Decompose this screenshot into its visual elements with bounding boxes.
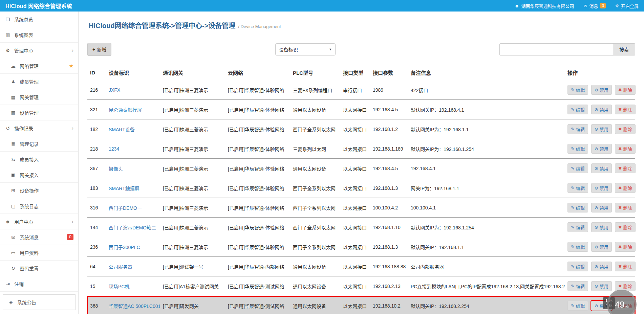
sidebar-item-label: 设备管理: [20, 109, 39, 116]
delete-button[interactable]: ✖ 删除: [615, 242, 636, 252]
cell-note: 默认网关IP：192.168.4.1: [408, 100, 565, 119]
delete-button[interactable]: ✖ 删除: [615, 124, 636, 134]
sidebar-item-member-access[interactable]: ⇆ 成员接入: [0, 152, 78, 167]
cell-note: 默认网关IP：192.168.1.1: [408, 237, 565, 257]
device-link[interactable]: 西门子演示DEMO箱二: [109, 225, 156, 230]
caret-down-icon: ▼: [329, 48, 332, 51]
device-link[interactable]: 西门子300PLC: [109, 245, 140, 250]
company-name: 湖南华辰智通科技有限公司: [521, 3, 574, 9]
pencil-icon: ✎: [571, 146, 575, 151]
cell-interface-type: 串行接口: [340, 80, 370, 100]
cell-interface-param: 192.168.10.2: [370, 296, 408, 314]
edit-button[interactable]: ✎ 编辑: [567, 203, 588, 212]
add-device-button[interactable]: + 新增: [87, 43, 111, 56]
cell-gateway: [已启用]A1栋客户测试网关: [160, 276, 225, 296]
device-link[interactable]: 昆仑通泰触摸屏: [109, 107, 142, 113]
edit-button[interactable]: ✎ 编辑: [567, 105, 588, 114]
delete-button[interactable]: ✖ 删除: [615, 262, 636, 271]
sidebar-item-label: 用户资料: [20, 249, 39, 256]
cell-note: 422接口: [408, 80, 565, 100]
delete-button[interactable]: ✖ 删除: [615, 85, 636, 95]
toggle-enable-button[interactable]: ⊘ 禁用: [591, 124, 612, 134]
cell-plc-model: 三菱FX系列编程口: [290, 80, 340, 100]
sidebar-item-logout[interactable]: ⇥ 注销: [0, 276, 78, 292]
device-link[interactable]: 现场PC机: [109, 284, 129, 289]
cell-note: 默认网关IP为：192.168.1.254: [408, 139, 565, 159]
sidebar-item-system-logs[interactable]: ▢ 系统日志: [0, 198, 78, 214]
toggle-enable-button[interactable]: ⊘ 禁用: [591, 105, 612, 114]
cell-interface-param: 192.168.1.189: [370, 139, 408, 159]
ban-icon: ⊘: [595, 205, 598, 210]
edit-button[interactable]: ✎ 编辑: [567, 262, 588, 271]
edit-button[interactable]: ✎ 编辑: [567, 163, 588, 173]
messages-button[interactable]: ✉ 消息 0: [583, 3, 606, 9]
edit-button[interactable]: ✎ 编辑: [567, 144, 588, 154]
column-header: 操作: [565, 65, 635, 80]
sidebar-item-label: 密码重置: [20, 265, 39, 272]
delete-button[interactable]: ✖ 删除: [615, 144, 636, 154]
sidebar-item-system-messages[interactable]: ✉ 系统消息 0: [0, 229, 78, 245]
toggle-enable-button[interactable]: ⊘ 禁用: [591, 85, 612, 95]
sidebar-item-device-management[interactable]: ▩ 设备管理: [0, 105, 78, 120]
device-link[interactable]: SMART触摸屏: [109, 186, 139, 191]
sidebar-item-device-operations[interactable]: ⊞ 设备操作: [0, 183, 78, 198]
toggle-enable-button[interactable]: ⊘ 禁用: [591, 222, 612, 232]
device-link[interactable]: 1234: [109, 146, 119, 152]
sidebar-item-password-reset[interactable]: ↻ 密码重置: [0, 261, 78, 276]
column-header: PLC型号: [290, 65, 340, 80]
device-link[interactable]: SMART设备: [109, 127, 135, 132]
edit-button[interactable]: ✎ 编辑: [567, 85, 588, 95]
sidebar-item-gateway-access[interactable]: ▣ 网关接入: [0, 167, 78, 183]
toggle-enable-button[interactable]: ⊘ 禁用: [591, 144, 612, 154]
edit-button[interactable]: ✎ 编辑: [567, 301, 588, 311]
toggle-enable-button[interactable]: ⊘ 禁用: [591, 281, 612, 291]
device-link[interactable]: 西门子DEMO一: [109, 205, 142, 211]
device-link[interactable]: 华辰智通AC 500PLC001: [109, 304, 160, 309]
edit-button[interactable]: ✎ 编辑: [567, 281, 588, 291]
cell-gateway: [已启用]研发网关: [160, 296, 225, 314]
sidebar-item-management-center[interactable]: ⚙ 管理中心 ›: [0, 43, 78, 58]
cell-cloud-network: [已启用]华辰智通-体验网络: [225, 119, 290, 139]
toggle-enable-button[interactable]: ⊘ 禁用: [591, 163, 612, 173]
sidebar-item-user-profile[interactable]: ▭ 用户资料: [0, 245, 78, 261]
fullscreen-button[interactable]: ✥ 开启全屏: [615, 3, 639, 9]
sidebar-item-system-charts[interactable]: ▥ 系统图表: [0, 27, 78, 43]
cell-plc-model: 西门子全系列以太网: [290, 178, 340, 198]
sidebar-item-label: 系统总览: [14, 16, 33, 23]
sidebar-item-label: 系统消息: [20, 234, 39, 241]
toggle-enable-button[interactable]: ⊘ 禁用: [591, 203, 612, 212]
sidebar-item-system-announcement[interactable]: ◈ 系统公告: [3, 294, 76, 310]
search-button[interactable]: 搜索: [613, 43, 635, 55]
table-row: 216 JXFX [已启用]株洲三菱演示 [已启用]华辰智通-体验网络 三菱FX…: [87, 80, 635, 100]
device-link[interactable]: 摄像头: [109, 166, 123, 172]
sidebar-item-user-center[interactable]: ☻ 用户中心 ›: [0, 214, 78, 229]
sidebar-item-system-overview[interactable]: ❏ 系统总览: [0, 12, 78, 27]
delete-button[interactable]: ✖ 删除: [615, 203, 636, 212]
search-input[interactable]: [499, 43, 613, 55]
device-link[interactable]: 公司服务器: [109, 264, 132, 270]
edit-button[interactable]: ✎ 编辑: [567, 242, 588, 252]
toggle-enable-button[interactable]: ⊘ 禁用: [591, 183, 612, 193]
cell-id: 218: [87, 139, 106, 159]
user-icon: ☻: [5, 219, 11, 224]
device-link[interactable]: JXFX: [109, 87, 120, 93]
delete-button[interactable]: ✖ 删除: [615, 281, 636, 291]
company-account[interactable]: ☻ 湖南华辰智通科技有限公司: [515, 3, 574, 9]
delete-button[interactable]: ✖ 删除: [615, 222, 636, 232]
sidebar-item-gateway-management[interactable]: ▦ 网关管理: [0, 89, 78, 105]
delete-button[interactable]: ✖ 删除: [615, 183, 636, 193]
delete-button[interactable]: ✖ 删除: [615, 105, 636, 114]
edit-button[interactable]: ✎ 编辑: [567, 183, 588, 193]
messages-count-badge: 0: [600, 3, 606, 8]
edit-button[interactable]: ✎ 编辑: [567, 222, 588, 232]
sidebar-item-member-management[interactable]: ♟ 成员管理: [0, 74, 78, 89]
toggle-enable-button[interactable]: ⊘ 禁用: [591, 262, 612, 271]
toggle-enable-button[interactable]: ⊘ 禁用: [591, 242, 612, 252]
sidebar-item-operation-records[interactable]: ↺ 操作记录 ›: [0, 120, 78, 136]
edit-button[interactable]: ✎ 编辑: [567, 124, 588, 134]
sidebar-item-management-records[interactable]: ≣ 管理记录: [0, 136, 78, 152]
cell-interface-type: 以太网接口: [340, 119, 370, 139]
delete-button[interactable]: ✖ 删除: [615, 163, 636, 173]
filter-field-select[interactable]: 设备标识 ▼: [275, 43, 336, 55]
sidebar-item-network-management[interactable]: ☁ 网络管理 ★: [0, 58, 78, 74]
